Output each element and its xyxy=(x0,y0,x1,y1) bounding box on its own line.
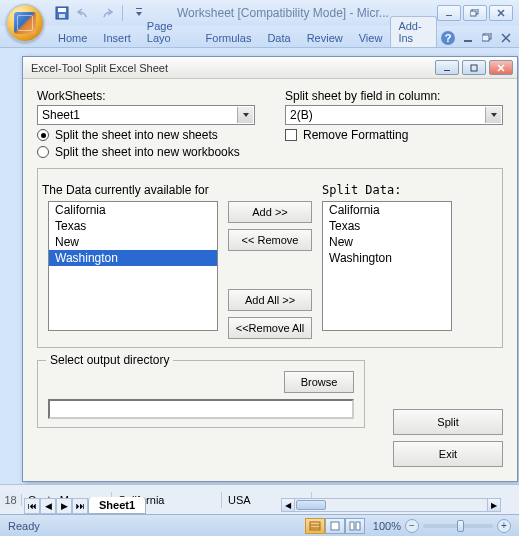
tab-pagelayout[interactable]: Page Layo xyxy=(139,16,198,47)
app-minimize-button[interactable] xyxy=(437,5,461,21)
tab-addins[interactable]: Add-Ins xyxy=(390,16,437,47)
list-item[interactable]: New xyxy=(49,234,217,250)
app-titlebar: Worksheet [Compatibility Mode] - Micr... xyxy=(0,0,519,26)
scroll-thumb[interactable] xyxy=(296,500,326,510)
splitdata-label: Split Data: xyxy=(322,183,452,197)
excel-grid-strip: 18 Costa Mesa California USA ⏮ ◀ ▶ ⏭ She… xyxy=(0,484,519,514)
split-sheet-dialog: Excel-Tool Split Excel Sheet WorkSheets:… xyxy=(22,56,518,482)
radio-label: Split the sheet into new workbooks xyxy=(55,145,240,159)
available-label: The Data currently available for xyxy=(42,183,218,197)
svg-rect-9 xyxy=(482,35,489,41)
checkbox-label: Remove Formatting xyxy=(303,128,408,142)
doc-close-icon[interactable] xyxy=(498,29,513,47)
zoom-controls: 100% − + xyxy=(373,519,511,533)
svg-rect-10 xyxy=(444,70,450,71)
ribbon-tabs: Home Insert Page Layo Formulas Data Revi… xyxy=(0,26,519,48)
output-path-input[interactable] xyxy=(48,399,354,419)
sheet-nav-last[interactable]: ⏭ xyxy=(72,498,88,514)
svg-rect-4 xyxy=(446,15,452,16)
doc-minimize-icon[interactable] xyxy=(461,29,476,47)
doc-restore-icon[interactable] xyxy=(480,29,495,47)
zoom-slider[interactable] xyxy=(423,524,493,528)
splitdata-listbox[interactable]: California Texas New Washington xyxy=(322,201,452,331)
quick-access-toolbar xyxy=(54,5,147,21)
tab-insert[interactable]: Insert xyxy=(95,28,139,47)
radio-icon xyxy=(37,146,49,158)
split-button[interactable]: Split xyxy=(393,409,503,435)
remove-button[interactable]: << Remove xyxy=(228,229,312,251)
status-bar: Ready 100% − + xyxy=(0,514,519,536)
save-icon[interactable] xyxy=(54,5,70,21)
add-all-button[interactable]: Add All >> xyxy=(228,289,312,311)
radio-icon xyxy=(37,129,49,141)
chevron-down-icon xyxy=(237,107,253,123)
svg-rect-12 xyxy=(310,522,320,530)
sheet-nav-first[interactable]: ⏮ xyxy=(24,498,40,514)
view-pagebreak-icon[interactable] xyxy=(345,518,365,534)
zoom-in-button[interactable]: + xyxy=(497,519,511,533)
zoom-out-button[interactable]: − xyxy=(405,519,419,533)
splitcol-label: Split sheet by field in column: xyxy=(285,89,503,103)
list-item[interactable]: California xyxy=(323,202,451,218)
available-listbox[interactable]: California Texas New Washington xyxy=(48,201,218,331)
data-frame: The Data currently available for Califor… xyxy=(37,168,503,348)
scroll-left-icon[interactable]: ◀ xyxy=(282,499,295,511)
tab-review[interactable]: Review xyxy=(299,28,351,47)
app-restore-button[interactable] xyxy=(463,5,487,21)
app-close-button[interactable] xyxy=(489,5,513,21)
list-item[interactable]: Texas xyxy=(323,218,451,234)
remove-all-button[interactable]: <<Remove All xyxy=(228,317,312,339)
dialog-close-button[interactable] xyxy=(489,60,513,75)
undo-icon[interactable] xyxy=(76,5,92,21)
window-controls xyxy=(437,5,519,21)
svg-rect-1 xyxy=(58,8,66,12)
add-button[interactable]: Add >> xyxy=(228,201,312,223)
worksheet-value: Sheet1 xyxy=(42,108,80,122)
zoom-value[interactable]: 100% xyxy=(373,520,401,532)
radio-label: Split the sheet into new sheets xyxy=(55,128,218,142)
tab-home[interactable]: Home xyxy=(50,28,95,47)
svg-rect-16 xyxy=(350,522,354,530)
sheet-nav-next[interactable]: ▶ xyxy=(56,498,72,514)
dialog-maximize-button[interactable] xyxy=(462,60,486,75)
svg-rect-7 xyxy=(464,40,472,42)
scroll-right-icon[interactable]: ▶ xyxy=(487,499,500,511)
svg-rect-3 xyxy=(136,8,142,9)
remove-formatting-checkbox[interactable]: Remove Formatting xyxy=(285,128,503,142)
worksheet-select[interactable]: Sheet1 xyxy=(37,105,255,125)
output-legend: Select output directory xyxy=(46,353,173,367)
splitcol-select[interactable]: 2(B) xyxy=(285,105,503,125)
redo-icon[interactable] xyxy=(98,5,114,21)
row-header[interactable]: 18 xyxy=(0,494,22,506)
sheet-nav-prev[interactable]: ◀ xyxy=(40,498,56,514)
radio-new-sheets[interactable]: Split the sheet into new sheets xyxy=(37,128,255,142)
dialog-title: Excel-Tool Split Excel Sheet xyxy=(31,62,168,74)
horizontal-scrollbar[interactable]: ◀ ▶ xyxy=(281,498,501,512)
radio-new-workbooks[interactable]: Split the sheet into new workbooks xyxy=(37,145,255,159)
list-item[interactable]: Washington xyxy=(323,250,451,266)
output-directory-frame: Select output directory Browse xyxy=(37,360,365,428)
svg-rect-2 xyxy=(59,14,65,18)
view-pagelayout-icon[interactable] xyxy=(325,518,345,534)
browse-button[interactable]: Browse xyxy=(284,371,354,393)
view-normal-icon[interactable] xyxy=(305,518,325,534)
list-item[interactable]: California xyxy=(49,202,217,218)
list-item[interactable]: Washington xyxy=(49,250,217,266)
exit-button[interactable]: Exit xyxy=(393,441,503,467)
dialog-titlebar[interactable]: Excel-Tool Split Excel Sheet xyxy=(23,57,517,79)
tab-view[interactable]: View xyxy=(351,28,391,47)
sheet-tab[interactable]: Sheet1 xyxy=(88,497,146,514)
dialog-minimize-button[interactable] xyxy=(435,60,459,75)
list-item[interactable]: Texas xyxy=(49,218,217,234)
svg-rect-17 xyxy=(356,522,360,530)
svg-rect-6 xyxy=(470,11,476,16)
checkbox-icon xyxy=(285,129,297,141)
tab-formulas[interactable]: Formulas xyxy=(198,28,260,47)
help-icon[interactable]: ? xyxy=(439,29,457,47)
status-ready: Ready xyxy=(8,520,40,532)
svg-rect-11 xyxy=(471,65,477,71)
office-button[interactable] xyxy=(6,4,44,42)
tab-data[interactable]: Data xyxy=(259,28,298,47)
list-item[interactable]: New xyxy=(323,234,451,250)
chevron-down-icon xyxy=(485,107,501,123)
